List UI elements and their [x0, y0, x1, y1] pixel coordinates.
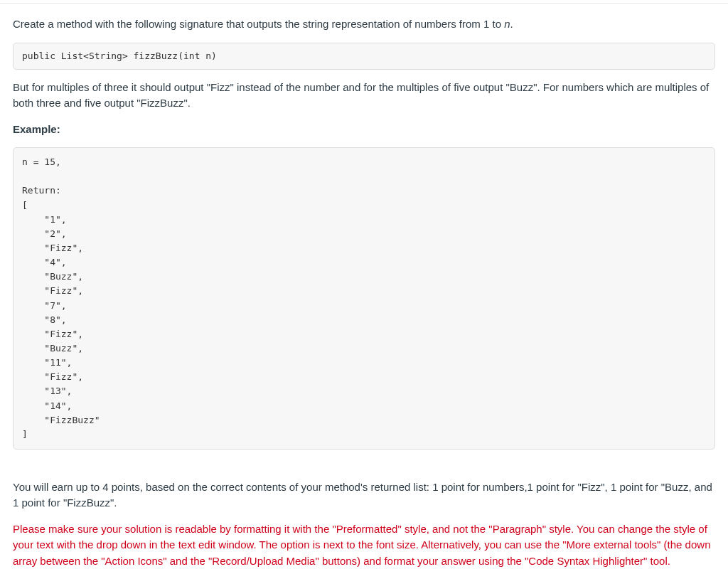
example-code-block: n = 15, Return: [ "1", "2", "Fizz", "4",… — [13, 147, 715, 450]
spacer — [13, 460, 715, 479]
formatting-warning: Please make sure your solution is readab… — [13, 521, 715, 570]
grading-paragraph: You will earn up to 4 points, based on t… — [13, 479, 715, 511]
method-signature-code: public List<String> fizzBuzz(int n) — [13, 43, 715, 70]
top-divider — [0, 3, 728, 4]
example-label: Example: — [13, 123, 60, 135]
rules-paragraph: But for multiples of three it should out… — [13, 80, 715, 112]
intro-text-b: . — [510, 18, 513, 30]
intro-var-n: n — [504, 18, 510, 30]
intro-text-a: Create a method with the following signa… — [13, 18, 504, 30]
example-heading: Example: — [13, 122, 715, 138]
intro-paragraph: Create a method with the following signa… — [13, 16, 715, 33]
